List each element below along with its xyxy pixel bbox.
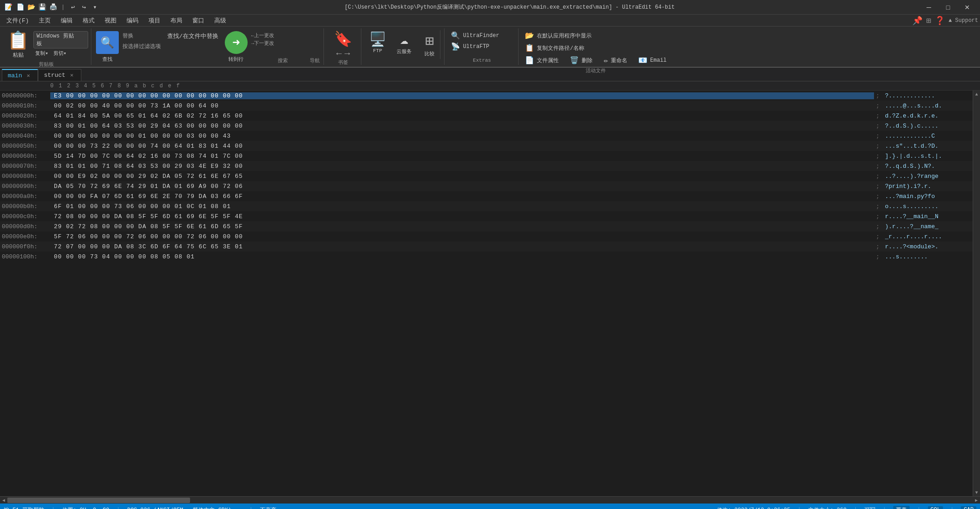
table-row[interactable]: 00000100h: 00 00 00 73 04 00 00 00 08 05…	[0, 252, 973, 262]
tab-main[interactable]: main ✕	[2, 69, 38, 81]
close-button[interactable]: ✕	[958, 1, 976, 14]
rename-button[interactable]: ✏️ 重命名	[602, 55, 629, 66]
menu-project[interactable]: 项目	[144, 16, 165, 26]
prev-bookmark-icon[interactable]: ←	[336, 48, 342, 59]
hex-bytes[interactable]: 00 00 00 FA 07 6D 61 69 6E 2E 70 79 DA 0…	[50, 193, 874, 200]
support-button[interactable]: ▲ Support	[948, 17, 978, 24]
save-icon[interactable]: 💾	[37, 3, 47, 12]
find-button[interactable]: 🔍	[96, 31, 119, 54]
cloud-button[interactable]: ☁️ 云服务	[392, 30, 415, 56]
quick-access-icon[interactable]: ▾	[90, 3, 100, 12]
table-row[interactable]: 00000010h: 00 02 00 00 40 00 00 00 73 1A…	[0, 101, 973, 111]
scroll-down-button[interactable]: ▼	[973, 489, 980, 496]
delete-button[interactable]: 🗑️ 删除	[568, 55, 594, 66]
scroll-left-button[interactable]: ◀	[0, 497, 7, 504]
tab-main-close[interactable]: ✕	[25, 72, 32, 79]
hex-bytes[interactable]: E3 00 00 00 00 00 00 00 00 00 00 00 00 0…	[50, 92, 874, 99]
next-bookmark-icon[interactable]: →	[344, 48, 350, 59]
scroll-right-button[interactable]: ▶	[973, 497, 980, 504]
table-row[interactable]: 00000090h: DA 05 70 72 69 6E 74 29 01 DA…	[0, 181, 973, 191]
hex-bytes[interactable]: 72 08 00 00 00 DA 08 5F 5F 6D 61 69 6E 5…	[50, 213, 874, 220]
scroll-up-button[interactable]: ▲	[973, 91, 980, 98]
menu-window[interactable]: 窗口	[188, 16, 209, 26]
redo-icon[interactable]: ↪	[79, 3, 89, 12]
hex-bytes[interactable]: 00 02 00 00 40 00 00 00 73 1A 00 00 64 0…	[50, 102, 874, 109]
open-icon[interactable]: 📂	[26, 3, 36, 12]
menu-file[interactable]: 文件(F)	[2, 16, 33, 26]
table-row[interactable]: 00000030h: 83 00 01 00 64 03 53 00 29 04…	[0, 121, 973, 131]
new-file-icon[interactable]: 📄	[16, 3, 25, 12]
insert-mode[interactable]: 覆盖	[893, 506, 910, 509]
copy-path-button[interactable]: 📋 复制文件路径/名称	[523, 43, 668, 54]
ultra-ftp-button[interactable]: 📡 UltraFTP	[449, 41, 514, 52]
table-row[interactable]: 000000f0h: 72 07 00 00 00 DA 08 3C 6D 6F…	[0, 241, 973, 252]
highlight-dropdown[interactable]: ▾	[284, 507, 287, 509]
hex-bytes[interactable]: 5D 14 7D 00 7C 00 64 02 16 00 73 08 74 0…	[50, 153, 874, 160]
hex-bytes[interactable]: 64 01 84 00 5A 00 65 01 64 02 6B 02 72 1…	[50, 113, 874, 119]
hex-bytes[interactable]: DA 05 70 72 69 6E 74 29 01 DA 01 69 A9 0…	[50, 183, 874, 190]
hex-bytes[interactable]: 5F 72 06 00 00 00 72 06 00 00 00 72 06 0…	[50, 233, 874, 240]
hex-bytes[interactable]: 00 00 00 00 00 00 00 01 00 00 00 03 00 0…	[50, 133, 874, 139]
select-filter-label[interactable]: 按选择过滤选项	[122, 43, 161, 50]
tab-struct-close[interactable]: ✕	[68, 72, 75, 79]
encoding-dropdown[interactable]: ▾	[238, 507, 242, 509]
print-icon[interactable]: 🖨️	[48, 3, 58, 12]
table-row[interactable]: 000000b0h: 6F 01 00 00 00 73 06 00 00 00…	[0, 201, 973, 211]
table-row[interactable]: 00000000h: E3 00 00 00 00 00 00 00 00 00…	[0, 91, 973, 101]
hex-bytes[interactable]: 6F 01 00 00 00 73 06 00 00 00 01 0C 01 0…	[50, 203, 874, 210]
table-row[interactable]: 000000a0h: 00 00 00 FA 07 6D 61 69 6E 2E…	[0, 191, 973, 201]
hex-bytes[interactable]: 83 01 01 00 71 08 64 03 53 00 29 03 4E E…	[50, 163, 874, 170]
help-icon[interactable]: ❓	[935, 16, 945, 26]
scroll-track[interactable]	[974, 98, 980, 489]
table-row[interactable]: 00000040h: 00 00 00 00 00 00 00 01 00 00…	[0, 131, 973, 141]
menu-advanced[interactable]: 高级	[210, 16, 231, 26]
maximize-button[interactable]: □	[939, 1, 957, 14]
copy-button[interactable]: 复制▾	[33, 49, 50, 57]
hex-bytes[interactable]: 29 02 72 08 00 00 00 DA 08 5F 5F 6E 61 6…	[50, 223, 874, 230]
hex-bytes[interactable]: 00 00 00 73 22 00 00 00 74 00 64 01 83 0…	[50, 143, 874, 150]
bookmark-icon[interactable]: 🔖	[334, 30, 352, 48]
ftp-button[interactable]: 🖥️ FTP	[366, 30, 389, 54]
cap-mode[interactable]: CAP	[961, 506, 976, 509]
menu-encoding[interactable]: 编码	[122, 16, 143, 26]
table-row[interactable]: 00000070h: 83 01 01 00 71 08 64 03 53 00…	[0, 161, 973, 171]
pin-icon[interactable]: 📌	[912, 16, 922, 26]
hex-bytes[interactable]: 83 00 01 00 64 03 53 00 29 04 63 00 00 0…	[50, 123, 874, 129]
col-mode[interactable]: COL	[928, 506, 943, 509]
table-row[interactable]: 000000d0h: 29 02 72 08 00 00 00 DA 08 5F…	[0, 221, 973, 231]
find-in-files-button[interactable]: 查找/在文件中替换	[164, 31, 221, 41]
table-row[interactable]: 000000c0h: 72 08 00 00 00 DA 08 5F 5F 6D…	[0, 211, 973, 221]
ultra-finder-button[interactable]: 🔍 UltraFinder	[449, 30, 514, 41]
menu-home[interactable]: 主页	[34, 16, 55, 26]
tab-struct[interactable]: struct ✕	[38, 69, 81, 81]
undo-icon[interactable]: ↩	[69, 3, 78, 12]
scroll-h-track[interactable]	[7, 497, 973, 504]
menu-view[interactable]: 视图	[100, 16, 121, 26]
compare-section[interactable]: ⊞ 比较	[419, 30, 440, 59]
clipboard-dropdown[interactable]: Windows 剪贴板	[33, 31, 88, 48]
table-row[interactable]: 00000020h: 64 01 84 00 5A 00 65 01 64 02…	[0, 111, 973, 121]
email-button[interactable]: 📧 Email	[636, 55, 668, 66]
layout-icon[interactable]: ⊞	[926, 16, 931, 26]
paste-button[interactable]: 📋 粘贴	[5, 29, 32, 60]
goto-button[interactable]: ➜	[225, 31, 248, 54]
table-row[interactable]: 000000e0h: 5F 72 06 00 00 00 72 06 00 00…	[0, 231, 973, 241]
editor-content[interactable]: 00000000h: E3 00 00 00 00 00 00 00 00 00…	[0, 91, 973, 262]
hex-bytes[interactable]: 72 07 00 00 00 DA 08 3C 6D 6F 64 75 6C 6…	[50, 243, 874, 250]
menu-format[interactable]: 格式	[78, 16, 99, 26]
table-row[interactable]: 00000060h: 5D 14 7D 00 7C 00 64 02 16 00…	[0, 151, 973, 161]
file-props-button[interactable]: 📄 文件属性	[523, 55, 561, 66]
show-in-app-button[interactable]: 📂 在默认应用程序中显示	[523, 30, 668, 41]
cut-button[interactable]: 剪切▾	[52, 49, 69, 57]
hex-bytes[interactable]: 00 00 E9 02 00 00 00 29 02 DA 05 72 61 6…	[50, 173, 874, 180]
minimize-button[interactable]: ─	[920, 1, 938, 14]
hex-bytes[interactable]: 00 00 00 73 04 00 00 00 08 05 08 01	[50, 253, 874, 260]
menu-edit[interactable]: 编辑	[56, 16, 77, 26]
scroll-h-thumb[interactable]	[7, 498, 190, 503]
main-editor[interactable]: 00000000h: E3 00 00 00 00 00 00 00 00 00…	[0, 91, 973, 496]
table-row[interactable]: 00000080h: 00 00 E9 02 00 00 00 29 02 DA…	[0, 171, 973, 181]
horizontal-scrollbar[interactable]: ◀ ▶	[0, 496, 980, 504]
menu-layout[interactable]: 布局	[166, 16, 187, 26]
table-row[interactable]: 00000050h: 00 00 00 73 22 00 00 00 74 00…	[0, 141, 973, 151]
vertical-scrollbar[interactable]: ▲ ▼	[973, 91, 980, 496]
